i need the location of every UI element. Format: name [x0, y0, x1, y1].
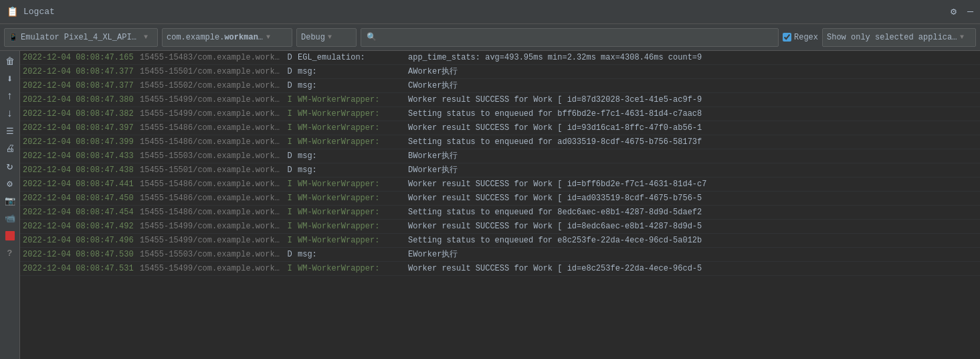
- log-area: 2022-12-04 08:08:47.165 15455-15483/com.…: [20, 51, 980, 359]
- log-pid: 15455-15499/com.example.workmanager: [137, 220, 284, 233]
- log-row[interactable]: 2022-12-04 08:08:47.450 15455-15486/com.…: [20, 192, 980, 206]
- log-pid: 15455-15486/com.example.workmanager: [137, 135, 284, 149]
- title-bar: 📋 Logcat ⚙ —: [0, 0, 980, 24]
- log-pid: 15455-15486/com.example.workmanager: [137, 192, 284, 205]
- regex-label: Regex: [794, 33, 818, 42]
- search-input[interactable]: [379, 33, 773, 42]
- log-level: D: [284, 248, 295, 261]
- log-tag: msg:: [295, 79, 405, 92]
- log-level: D: [284, 163, 295, 177]
- log-row[interactable]: 2022-12-04 08:08:47.380 15455-15499/com.…: [20, 93, 980, 107]
- clear-logcat-icon[interactable]: 🗑: [2, 54, 18, 70]
- emulator-dropdown[interactable]: 📱 Emulator Pixel_4_XL_API_31 And ▼: [4, 28, 158, 47]
- log-message: Setting status to enqueued for 8edc6aec-…: [405, 206, 980, 219]
- log-date: 2022-12-04 08:08:47.492: [20, 220, 137, 233]
- log-tag: WM-WorkerWrapper:: [295, 206, 405, 219]
- log-row[interactable]: 2022-12-04 08:08:47.438 15455-15501/com.…: [20, 163, 980, 177]
- log-row[interactable]: 2022-12-04 08:08:47.377 15455-15501/com.…: [20, 65, 980, 79]
- regex-checkbox[interactable]: [783, 33, 791, 42]
- log-tag: WM-WorkerWrapper:: [295, 177, 405, 191]
- level-dropdown[interactable]: Debug ▼: [296, 28, 357, 47]
- settings-sidebar-icon[interactable]: ⚙: [2, 175, 18, 192]
- log-row[interactable]: 2022-12-04 08:08:47.382 15455-15499/com.…: [20, 107, 980, 121]
- settings-title-icon[interactable]: ⚙: [951, 5, 957, 18]
- log-pid: 15455-15499/com.example.workmanager: [137, 93, 284, 106]
- app-dropdown[interactable]: com.example.workmanager (1545 ▼: [162, 28, 292, 47]
- log-date: 2022-12-04 08:08:47.454: [20, 206, 137, 219]
- restart-icon[interactable]: ↻: [2, 158, 18, 174]
- log-message: Worker result SUCCESS for Work [ id=8edc…: [405, 220, 980, 233]
- log-tag: msg:: [295, 65, 405, 78]
- log-row[interactable]: 2022-12-04 08:08:47.377 15455-15502/com.…: [20, 79, 980, 93]
- log-date: 2022-12-04 08:08:47.377: [20, 65, 137, 78]
- log-tag: WM-WorkerWrapper:: [295, 107, 405, 121]
- show-only-chevron-icon: ▼: [960, 33, 964, 41]
- log-message: Setting status to enqueued for ad033519-…: [405, 135, 980, 149]
- log-date: 2022-12-04 08:08:47.433: [20, 149, 137, 163]
- wrap-icon[interactable]: ☰: [2, 123, 18, 139]
- log-row[interactable]: 2022-12-04 08:08:47.530 15455-15503/com.…: [20, 248, 980, 262]
- log-row[interactable]: 2022-12-04 08:08:47.397 15455-15486/com.…: [20, 121, 980, 135]
- scroll-end-icon[interactable]: ⬇: [2, 71, 18, 87]
- video-icon[interactable]: 📹: [2, 210, 18, 226]
- log-message: Worker result SUCCESS for Work [ id=93d1…: [405, 121, 980, 135]
- log-level: D: [284, 79, 295, 92]
- log-date: 2022-12-04 08:08:47.382: [20, 107, 137, 121]
- log-level: I: [284, 135, 295, 149]
- log-pid: 15455-15483/com.example.workmanager: [137, 51, 284, 64]
- log-message: Setting status to enqueued for e8c253fe-…: [405, 234, 980, 247]
- log-message: Worker result SUCCESS for Work [ id=87d3…: [405, 93, 980, 106]
- regex-checkbox-label[interactable]: Regex: [783, 33, 818, 42]
- app-chevron-icon: ▼: [266, 33, 270, 41]
- search-box: 🔍: [361, 28, 779, 47]
- log-row[interactable]: 2022-12-04 08:08:47.454 15455-15486/com.…: [20, 206, 980, 220]
- log-level: I: [284, 121, 295, 135]
- log-date: 2022-12-04 08:08:47.531: [20, 262, 137, 275]
- left-sidebar: 🗑 ⬇ ↑ ↓ ☰ 🖨 ↻ ⚙ 📷 📹 ?: [0, 51, 20, 359]
- log-level: I: [284, 206, 295, 219]
- log-row[interactable]: 2022-12-04 08:08:47.399 15455-15486/com.…: [20, 135, 980, 149]
- print-icon[interactable]: 🖨: [2, 141, 18, 157]
- log-message: app_time_stats: avg=493.95ms min=2.32ms …: [405, 51, 980, 64]
- log-date: 2022-12-04 08:08:47.377: [20, 79, 137, 92]
- log-tag: msg:: [295, 163, 405, 177]
- log-row[interactable]: 2022-12-04 08:08:47.441 15455-15486/com.…: [20, 177, 980, 192]
- log-tag: WM-WorkerWrapper:: [295, 93, 405, 106]
- up-icon[interactable]: ↑: [2, 88, 18, 104]
- log-level: D: [284, 65, 295, 78]
- log-date: 2022-12-04 08:08:47.530: [20, 248, 137, 261]
- help-icon[interactable]: ?: [2, 245, 18, 261]
- logcat-icon: 📋: [7, 6, 18, 17]
- log-row[interactable]: 2022-12-04 08:08:47.496 15455-15499/com.…: [20, 234, 980, 248]
- log-tag: EGL_emulation:: [295, 51, 405, 64]
- log-row[interactable]: 2022-12-04 08:08:47.492 15455-15499/com.…: [20, 220, 980, 234]
- log-pid: 15455-15486/com.example.workmanager: [137, 121, 284, 135]
- stop-icon[interactable]: [2, 228, 18, 244]
- log-pid: 15455-15501/com.example.workmanager: [137, 65, 284, 78]
- log-date: 2022-12-04 08:08:47.399: [20, 135, 137, 149]
- log-level: I: [284, 220, 295, 233]
- log-level: I: [284, 177, 295, 191]
- log-message: BWorker执行: [405, 149, 980, 163]
- log-message: Worker result SUCCESS for Work [ id=ad03…: [405, 192, 980, 205]
- camera-icon[interactable]: 📷: [2, 193, 18, 209]
- title-bar-title: Logcat: [23, 7, 55, 17]
- log-row[interactable]: 2022-12-04 08:08:47.531 15455-15499/com.…: [20, 262, 980, 276]
- log-row[interactable]: 2022-12-04 08:08:47.433 15455-15503/com.…: [20, 149, 980, 163]
- level-chevron-icon: ▼: [328, 33, 332, 41]
- log-message: Setting status to enqueued for bff6bd2e-…: [405, 107, 980, 121]
- down-icon[interactable]: ↓: [2, 106, 18, 122]
- log-tag: WM-WorkerWrapper:: [295, 135, 405, 149]
- minimize-title-icon[interactable]: —: [967, 6, 973, 17]
- toolbar: 📱 Emulator Pixel_4_XL_API_31 And ▼ com.e…: [0, 24, 980, 51]
- show-only-dropdown[interactable]: Show only selected application ▼: [822, 28, 976, 47]
- log-date: 2022-12-04 08:08:47.165: [20, 51, 137, 64]
- log-pid: 15455-15502/com.example.workmanager: [137, 79, 284, 92]
- log-row[interactable]: 2022-12-04 08:08:47.165 15455-15483/com.…: [20, 51, 980, 65]
- log-tag: msg:: [295, 149, 405, 163]
- log-date: 2022-12-04 08:08:47.380: [20, 93, 137, 106]
- log-date: 2022-12-04 08:08:47.438: [20, 163, 137, 177]
- log-message: Worker result SUCCESS for Work [ id=bff6…: [405, 177, 980, 191]
- log-date: 2022-12-04 08:08:47.450: [20, 192, 137, 205]
- log-message: CWorker执行: [405, 79, 980, 92]
